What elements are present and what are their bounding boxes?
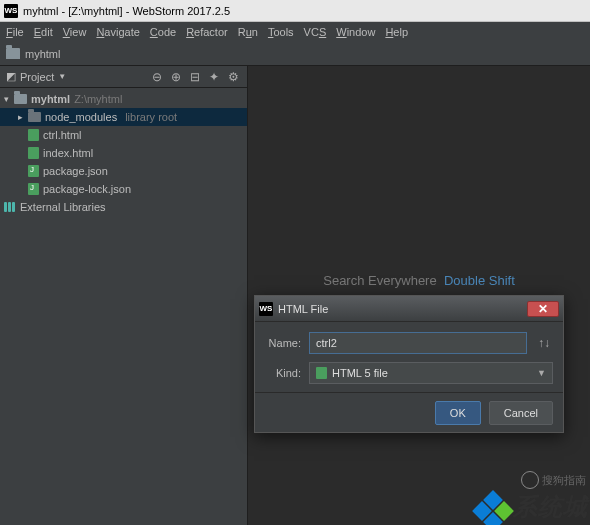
close-icon[interactable]: ✕ <box>527 301 559 317</box>
menu-run[interactable]: Run <box>238 26 258 38</box>
settings-icon[interactable]: ⚙ <box>225 69 241 85</box>
tree-sublabel: library root <box>125 111 177 123</box>
tree-file-ctrl-html[interactable]: ctrl.html <box>0 126 247 144</box>
json-file-icon <box>28 165 39 177</box>
kind-label: Kind: <box>265 367 301 379</box>
menu-window[interactable]: Window <box>336 26 375 38</box>
sort-toggle-icon[interactable]: ↑↓ <box>535 336 553 350</box>
breadcrumb-project: myhtml <box>25 48 60 60</box>
menu-tools[interactable]: Tools <box>268 26 294 38</box>
dialog-title: HTML File <box>278 303 328 315</box>
dialog-icon: WS <box>259 302 273 316</box>
dialog-titlebar[interactable]: WS HTML File ✕ <box>255 296 563 322</box>
name-input[interactable] <box>309 332 527 354</box>
kind-value: HTML 5 file <box>332 367 388 379</box>
expand-icon[interactable]: ▸ <box>16 113 24 121</box>
html-file-icon <box>28 129 39 141</box>
diamond-logo-icon <box>475 493 511 525</box>
name-label: Name: <box>265 337 301 349</box>
tree-root-name: myhtml <box>31 93 70 105</box>
chevron-down-icon: ▼ <box>537 368 546 378</box>
watermark-xitongcheng: 系统城 <box>475 489 590 525</box>
menu-file[interactable]: File <box>6 26 24 38</box>
library-icon <box>4 202 16 212</box>
expand-icon[interactable]: ▾ <box>2 95 10 103</box>
cancel-button[interactable]: Cancel <box>489 401 553 425</box>
collapse-all-icon[interactable]: ⊖ <box>149 69 165 85</box>
project-sidebar: ◩ Project ▼ ⊖ ⊕ ⊟ ✦ ⚙ ▾ myhtmlZ:\myhtml <box>0 66 248 525</box>
tree-label: External Libraries <box>20 201 106 213</box>
tree-node-modules[interactable]: ▸ node_modules library root <box>0 108 247 126</box>
tree-root[interactable]: ▾ myhtmlZ:\myhtml <box>0 90 247 108</box>
dialog-buttons: OK Cancel <box>255 392 563 432</box>
menu-code[interactable]: Code <box>150 26 176 38</box>
menu-bar: File Edit View Navigate Code Refactor Ru… <box>0 22 590 42</box>
hide-icon[interactable]: ⊟ <box>187 69 203 85</box>
tree-file-package-json[interactable]: package.json <box>0 162 247 180</box>
html-file-icon <box>28 147 39 159</box>
tree-root-path: Z:\myhtml <box>74 93 122 105</box>
scroll-to-icon[interactable]: ⊕ <box>168 69 184 85</box>
menu-vcs[interactable]: VCS <box>304 26 327 38</box>
project-tree: ▾ myhtmlZ:\myhtml ▸ node_modules library… <box>0 88 247 218</box>
tree-file-index-html[interactable]: index.html <box>0 144 247 162</box>
window-title: myhtml - [Z:\myhtml] - WebStorm 2017.2.5 <box>23 5 230 17</box>
hint-search-key: Double Shift <box>444 273 515 288</box>
menu-refactor[interactable]: Refactor <box>186 26 228 38</box>
gear-icon[interactable]: ✦ <box>206 69 222 85</box>
hint-search-label: Search Everywhere <box>323 273 436 288</box>
tree-label: package-lock.json <box>43 183 131 195</box>
window-titlebar: WS myhtml - [Z:\myhtml] - WebStorm 2017.… <box>0 0 590 22</box>
sogou-logo-icon <box>521 471 539 489</box>
kind-select[interactable]: HTML 5 file ▼ <box>309 362 553 384</box>
menu-view[interactable]: View <box>63 26 87 38</box>
ok-button[interactable]: OK <box>435 401 481 425</box>
project-toolbar: ◩ Project ▼ ⊖ ⊕ ⊟ ✦ ⚙ <box>0 66 247 88</box>
ide-window: WS myhtml - [Z:\myhtml] - WebStorm 2017.… <box>0 0 590 525</box>
folder-icon <box>14 94 27 104</box>
menu-help[interactable]: Help <box>385 26 408 38</box>
panel-dropdown-icon[interactable]: ▼ <box>58 72 66 81</box>
json-file-icon <box>28 183 39 195</box>
menu-edit[interactable]: Edit <box>34 26 53 38</box>
new-html-file-dialog: WS HTML File ✕ Name: ↑↓ Kind: HTML 5 fil… <box>254 295 564 433</box>
tree-external-libraries[interactable]: External Libraries <box>0 198 247 216</box>
tree-label: package.json <box>43 165 108 177</box>
folder-icon <box>6 48 20 59</box>
panel-label: Project <box>20 71 54 83</box>
watermark-sogou: 搜狗指南 <box>521 471 586 489</box>
webstorm-icon: WS <box>4 4 18 18</box>
tree-label: node_modules <box>45 111 117 123</box>
tree-label: ctrl.html <box>43 129 82 141</box>
dialog-body: Name: ↑↓ Kind: HTML 5 file ▼ <box>255 322 563 388</box>
menu-navigate[interactable]: Navigate <box>96 26 139 38</box>
folder-icon <box>28 112 41 122</box>
tree-label: index.html <box>43 147 93 159</box>
panel-toggle-icon[interactable]: ◩ <box>6 70 16 83</box>
breadcrumb[interactable]: myhtml <box>0 42 590 66</box>
tree-file-package-lock-json[interactable]: package-lock.json <box>0 180 247 198</box>
html-file-icon <box>316 367 327 379</box>
